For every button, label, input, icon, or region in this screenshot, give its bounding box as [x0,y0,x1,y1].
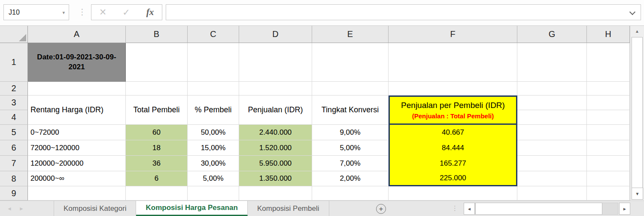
horizontal-scrollbar-thumb[interactable] [475,203,602,215]
cell-b6-total[interactable]: 18 [126,140,188,156]
sheet-tab-komposisi-harga-pesanan[interactable]: Komposisi Harga Pesanan [136,201,247,216]
cell-b2[interactable] [126,82,188,96]
cell-d2[interactable] [239,82,312,96]
cell-h1[interactable] [587,43,630,82]
formula-input[interactable] [166,4,641,20]
cell-g5[interactable] [517,125,587,140]
new-sheet-button[interactable]: + [376,204,386,214]
cell-b9[interactable] [126,186,188,201]
cell-f5-per-buyer[interactable]: 40.667 [389,125,517,140]
cell-g2[interactable] [517,82,587,96]
cell-c1[interactable] [188,43,239,82]
cell-e8-conversion[interactable]: 2,00% [312,171,389,186]
column-header-g[interactable]: G [517,26,587,43]
cell-e5-conversion[interactable]: 9,00% [312,125,389,140]
cell-h7[interactable] [587,156,630,171]
row-header-3-4[interactable]: 3 4 [0,96,28,125]
h-scroll-right-icon[interactable]: ► [619,203,630,215]
sheet-nav-right-icon[interactable]: ► [19,206,24,212]
row-header-2[interactable]: 2 [0,82,28,96]
column-header-d[interactable]: D [239,26,312,43]
cell-h2[interactable] [587,82,630,96]
row-header-7[interactable]: 7 [0,156,28,171]
cell-c6-pct[interactable]: 15,00% [188,140,239,156]
cell-g1[interactable] [517,43,587,82]
scroll-down-icon[interactable]: ▼ [632,188,643,200]
cell-d6-sales[interactable]: 1.520.000 [239,140,312,156]
header-cell-pct-pembeli[interactable]: % Pembeli [188,96,239,125]
cell-e9[interactable] [312,186,389,201]
cell-g7[interactable] [517,156,587,171]
cell-f2[interactable] [389,82,517,96]
select-all-corner[interactable] [0,26,28,43]
cell-h5[interactable] [587,125,630,140]
cell-f7-per-buyer[interactable]: 165.277 [389,156,517,171]
cell-c5-pct[interactable]: 50,00% [188,125,239,140]
cell-f9[interactable] [389,186,517,201]
row-header-8[interactable]: 8 [0,171,28,186]
cell-a2[interactable] [28,82,126,96]
cell-c8-pct[interactable]: 5,00% [188,171,239,186]
name-box[interactable]: J10 ▾ [3,4,69,20]
row-header-3[interactable]: 3 [0,96,27,110]
cell-e7-conversion[interactable]: 7,00% [312,156,389,171]
cell-b5-total[interactable]: 60 [126,125,188,140]
cell-a8-price-range[interactable]: 200000~∞ [28,171,126,186]
cell-a7-price-range[interactable]: 120000~200000 [28,156,126,171]
cell-a5-price-range[interactable]: 0~72000 [28,125,126,140]
cell-h3-h4[interactable] [587,96,630,125]
cell-h8[interactable] [587,171,630,186]
sheet-nav-left-icon[interactable]: ◄ [7,206,12,212]
header-cell-total-pembeli[interactable]: Total Pembeli [126,96,188,125]
header-cell-penjualan[interactable]: Penjualan (IDR) [239,96,312,125]
cell-b1[interactable] [126,43,188,82]
cell-a9[interactable] [28,186,126,201]
cell-c7-pct[interactable]: 30,00% [188,156,239,171]
header-cell-rentang-harga[interactable]: Rentang Harga (IDR) [28,96,126,125]
cell-e6-conversion[interactable]: 5,00% [312,140,389,156]
h-scroll-left-icon[interactable]: ◄ [464,203,475,215]
confirm-icon[interactable]: ✓ [122,8,130,17]
cell-d9[interactable] [239,186,312,201]
expand-formula-bar-icon[interactable] [629,9,635,15]
row-header-4[interactable]: 4 [0,110,27,124]
cell-f6-per-buyer[interactable]: 84.444 [389,140,517,156]
cell-d5-sales[interactable]: 2.440.000 [239,125,312,140]
column-header-f[interactable]: F [389,26,517,43]
cell-f1[interactable] [389,43,517,82]
tab-scroll-grip-icon[interactable]: ⋮ [452,204,458,212]
sheet-tab-komposisi-pembeli[interactable]: Komposisi Pembeli [248,201,329,216]
cell-e2[interactable] [312,82,389,96]
column-header-c[interactable]: C [188,26,239,43]
cell-g3-g4[interactable] [517,96,587,125]
cell-a1-date-range[interactable]: Date:01-09-2021-30-09-2021 [28,43,126,82]
row-header-9[interactable]: 9 [0,186,28,201]
sheet-tab-komposisi-kategori[interactable]: Komposisi Kategori [54,201,136,216]
row-header-5[interactable]: 5 [0,125,28,140]
insert-function-icon[interactable]: fx [146,8,154,17]
name-box-dropdown-icon[interactable]: ▾ [62,10,65,15]
cell-g9[interactable] [517,186,587,201]
cell-g8[interactable] [517,171,587,186]
header-cell-penjualan-per-pembeli[interactable]: Penjualan per Pembeli (IDR) (Penjualan :… [389,96,517,125]
vertical-scrollbar-thumb[interactable] [632,37,643,200]
row-header-1[interactable]: 1 [0,43,28,82]
cancel-icon[interactable]: × [100,6,106,18]
cell-h6[interactable] [587,140,630,156]
cell-c2[interactable] [188,82,239,96]
vertical-scrollbar[interactable]: ▲ ▼ [630,26,644,201]
column-header-b[interactable]: B [126,26,188,43]
horizontal-scrollbar[interactable] [475,203,618,215]
cell-c9[interactable] [188,186,239,201]
column-header-e[interactable]: E [312,26,389,43]
cell-d8-sales[interactable]: 1.350.000 [239,171,312,186]
column-header-h[interactable]: H [587,26,630,43]
cell-a6-price-range[interactable]: 72000~120000 [28,140,126,156]
cell-h9[interactable] [587,186,630,201]
cell-d7-sales[interactable]: 5.950.000 [239,156,312,171]
cell-f8-per-buyer[interactable]: 225.000 [389,171,517,186]
scroll-up-icon[interactable]: ▲ [630,26,644,36]
cell-e1[interactable] [312,43,389,82]
header-cell-tingkat-konversi[interactable]: Tingkat Konversi [312,96,389,125]
row-header-6[interactable]: 6 [0,140,28,156]
